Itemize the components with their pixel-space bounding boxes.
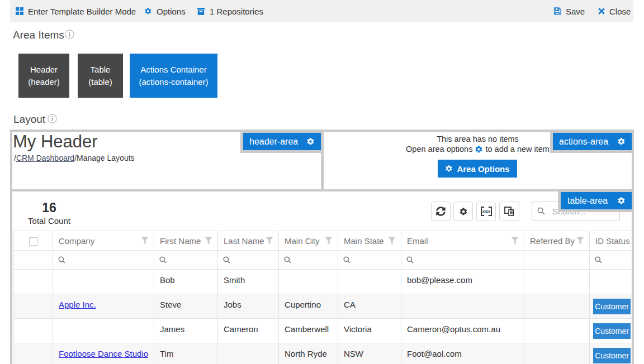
svg-text:xlsx: xlsx [482,209,490,214]
